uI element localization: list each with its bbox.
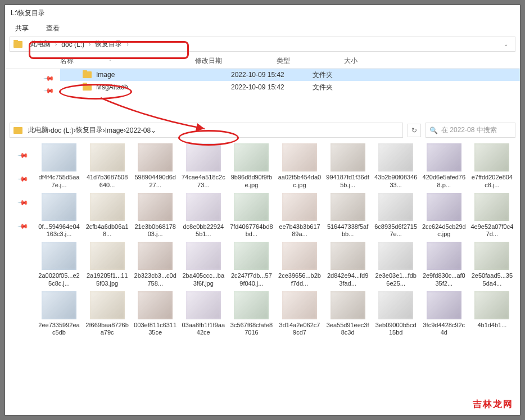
title-bar: L:\恢复目录 — [5, 5, 520, 21]
thumbnail-area: 📌 📌 📌 📌 df4f4c755d5aa7e.j...41d7b3687508… — [5, 139, 520, 337]
crumb-month[interactable]: 2022-08 — [126, 127, 151, 134]
thumbnail-item[interactable]: aa02f5b454da0c.jpg — [277, 143, 322, 189]
thumbnail-image — [234, 143, 269, 171]
thumbnail-item[interactable]: 2ce39656...b2bf7dd... — [277, 242, 322, 288]
thumbnail-image — [90, 143, 125, 171]
cell-date: 2022-10-09 15:42 — [231, 83, 313, 91]
thumbnail-label: 4e9e52a07f0c47d... — [470, 223, 514, 239]
crumb-folder[interactable]: 恢复目录 — [93, 39, 124, 49]
thumbnail-image — [90, 242, 125, 270]
search-input[interactable]: 🔍 在 2022-08 中搜索 — [426, 123, 515, 138]
breadcrumb-lower[interactable]: 此电脑 › doc (L:) › 恢复目录 › Image › 2022-08 … — [10, 123, 403, 138]
thumbnail-item[interactable]: 43b2b90f0834633... — [373, 143, 418, 189]
thumbnail-item[interactable]: 6c8935d6f27157e... — [373, 193, 418, 239]
thumbnail-item[interactable]: 420d6e5afed768.p... — [422, 143, 467, 189]
thumbnail-item[interactable]: 21e3b0b6817803.j... — [133, 193, 178, 239]
menu-view[interactable]: 查看 — [46, 24, 60, 32]
pin-icon[interactable]: 📌 — [43, 85, 55, 97]
list-row-image[interactable]: Image 2022-10-09 15:42 文件夹 — [60, 69, 520, 81]
thumbnail-item[interactable]: 994187fd1f36df5b.j... — [325, 143, 370, 189]
thumbnail-item[interactable]: ee7b43b3b61789a... — [277, 193, 322, 239]
thumbnail-image — [42, 143, 76, 171]
thumbnail-item[interactable]: 4e9e52a07f0c47d... — [469, 193, 514, 239]
list-row-msgattach[interactable]: MsgAttach 2022-10-09 15:42 文件夹 — [60, 81, 520, 93]
thumbnail-item[interactable]: 2f669baa8726ba79c — [85, 291, 130, 337]
thumbnail-item[interactable]: 003ef811c631135ce — [133, 291, 178, 337]
thumbnail-label: 7fd4067764bd8bd... — [229, 223, 273, 239]
thumbnail-label: 74cae4a518c2c73... — [182, 174, 225, 189]
crumb-recover[interactable]: 恢复目录 — [76, 125, 103, 135]
refresh-button[interactable]: ↻ — [408, 124, 421, 137]
toolbar-lower: 此电脑 › doc (L:) › 恢复目录 › Image › 2022-08 … — [10, 123, 515, 138]
thumbnail-image — [427, 143, 461, 171]
thumbnail-label: 3c567f68cfafe87016 — [229, 322, 273, 337]
chevron-down-icon[interactable]: ⌄ — [500, 41, 512, 47]
crumb-pc[interactable]: 此电脑 — [28, 39, 53, 49]
col-name-header[interactable]: 名称 ˄ — [60, 56, 195, 66]
thumbnail-item[interactable]: 2e3e03e1...fdb6e25... — [373, 242, 418, 288]
thumbnail-item[interactable]: 2a0020f05...e25c8c.j... — [37, 242, 82, 288]
thumbnail-item[interactable]: 598904490d6d27... — [133, 143, 178, 189]
thumbnail-item[interactable]: 2ee7335992eac5db — [37, 291, 82, 337]
pin-icon[interactable]: 📌 — [43, 73, 55, 84]
thumbnail-item[interactable]: 3c567f68cfafe87016 — [229, 291, 274, 337]
thumbnail-item[interactable]: 74cae4a518c2c73... — [181, 143, 226, 189]
thumbnail-label: 9b96d8d90f9fbe.jpg — [229, 174, 273, 189]
crumb-pc[interactable]: 此电脑 — [28, 125, 48, 135]
thumbnail-item[interactable]: e7ffdd202e804c8.j... — [469, 143, 514, 189]
pin-icon[interactable]: 📌 — [17, 150, 29, 161]
search-placeholder: 在 2022-08 中搜索 — [441, 125, 497, 135]
crumb-drive[interactable]: doc (L:) — [51, 127, 74, 134]
thumbnail-item[interactable]: 2e50faad5...355da4... — [469, 242, 514, 288]
thumbnail-image — [427, 193, 461, 221]
crumb-image[interactable]: Image — [105, 127, 124, 134]
thumbnail-item[interactable]: 2c247f7db...579f040.j... — [229, 242, 274, 288]
pin-icon[interactable]: 📌 — [17, 220, 29, 232]
thumbnail-item[interactable]: 2cc624d5cb29dc.jpg — [422, 193, 467, 239]
chevron-right-icon: › — [87, 41, 93, 47]
thumbnail-image — [474, 242, 509, 270]
list-header: 名称 ˄ 修改日期 类型 大小 — [5, 53, 520, 69]
thumbnail-item[interactable]: df4f4c755d5aa7e.j... — [37, 143, 82, 189]
watermark: 吉林龙网 — [473, 399, 513, 410]
pin-icon[interactable]: 📌 — [17, 197, 29, 209]
thumbnail-item[interactable]: 7fd4067764bd8bd... — [229, 193, 274, 239]
pin-icon[interactable]: 📌 — [17, 173, 29, 185]
col-date-header[interactable]: 修改日期 — [195, 56, 277, 66]
thumbnail-item[interactable]: dc8e0bb229245b1... — [181, 193, 226, 239]
col-type-header[interactable]: 类型 — [277, 56, 344, 66]
col-size-header[interactable]: 大小 — [344, 56, 389, 66]
thumbnail-item[interactable]: 03aa8fb1f1f9aa42ce — [181, 291, 226, 337]
thumbnail-label: 2d842e94...fd93fad... — [326, 272, 370, 288]
thumbnail-item[interactable]: 516447338f5afbb... — [325, 193, 370, 239]
thumbnail-label: 2b323cb3...c0d758... — [133, 272, 177, 288]
thumbnail-label: 2ee7335992eac5db — [37, 322, 81, 337]
thumbnail-image — [378, 193, 413, 221]
thumbnail-label: dc8e0bb229245b1... — [182, 223, 225, 239]
thumbnail-item[interactable]: 2cfb4a6db06a18... — [85, 193, 130, 239]
thumbnail-item[interactable]: 2b323cb3...c0d758... — [133, 242, 178, 288]
chevron-down-icon[interactable]: ⌄ — [151, 127, 156, 134]
thumbnail-item[interactable]: 2d842e94...fd93fad... — [325, 242, 370, 288]
thumbnail-label: 2a0020f05...e25c8c.j... — [37, 272, 81, 288]
thumbnail-item[interactable]: 2e9fd830c...af035f2... — [422, 242, 467, 288]
thumbnail-image — [138, 193, 173, 221]
thumbnail-item[interactable]: 2a19205f1...115f03.jpg — [85, 242, 130, 288]
thumbnail-image — [474, 143, 509, 171]
thumbnail-item[interactable]: 9b96d8d90f9fbe.jpg — [229, 143, 274, 189]
thumbnail-item[interactable]: 3ea55d91eec3f8c3d — [325, 291, 370, 337]
thumbnail-item[interactable]: 2ba405ccc...ba3f6f.jpg — [181, 242, 226, 288]
thumbnail-item[interactable]: 3fc9d4428c92c4d — [422, 291, 467, 337]
thumbnail-item[interactable]: 3eb09000b5cd15bd — [373, 291, 418, 337]
breadcrumb-top[interactable]: 此电脑 › doc (L:) › 恢复目录 › ⌄ — [10, 37, 515, 52]
thumbnail-item[interactable]: 4b1d4b1... — [469, 291, 514, 337]
crumb-drive[interactable]: doc (L:) — [59, 40, 87, 48]
thumbnail-item[interactable]: 41d7b3687508640... — [85, 143, 130, 189]
thumbnail-image — [282, 291, 317, 319]
thumbnail-item[interactable]: 0f...594964e04163c3.j... — [37, 193, 82, 239]
thumbnail-label: 3ea55d91eec3f8c3d — [326, 322, 370, 337]
thumbnail-label: 994187fd1f36df5b.j... — [326, 174, 370, 189]
thumbnail-item[interactable]: 3d14a2e062c79cd7 — [277, 291, 322, 337]
menu-share[interactable]: 共享 — [15, 24, 29, 32]
thumbnail-label: 0f...594964e04163c3.j... — [37, 223, 81, 239]
